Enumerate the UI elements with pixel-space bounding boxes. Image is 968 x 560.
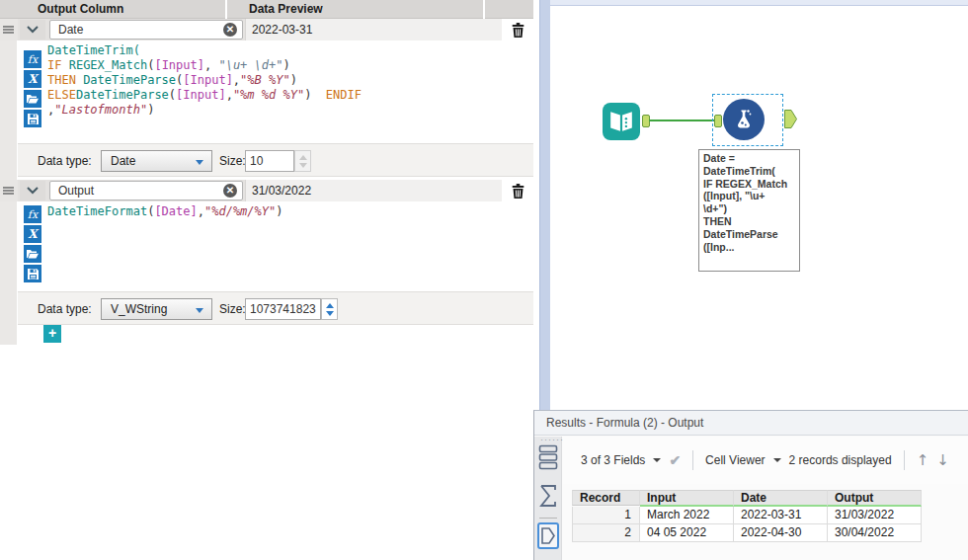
data-type-label: Data type: (38, 154, 92, 168)
strip-grip-dots[interactable]: ······ (540, 439, 557, 441)
data-type-value: V_WString (111, 302, 167, 316)
text-input-book-icon (608, 110, 634, 133)
size-spinner[interactable] (321, 298, 338, 320)
formula-configuration-panel: Output Column Data Preview ✕ 2022-03-31 (0, 0, 533, 560)
results-cell[interactable]: 30/04/2022 (828, 524, 922, 542)
size-spinner[interactable] (294, 150, 311, 172)
delete-expression-button[interactable] (502, 180, 533, 201)
size-label: Size: (219, 154, 246, 168)
results-column-header[interactable]: Date (734, 490, 828, 507)
fx-icon[interactable]: fx (24, 205, 41, 223)
formula-flask-icon (732, 108, 756, 131)
spinner-down-icon (326, 311, 334, 316)
results-cell[interactable]: 31/03/2022 (828, 507, 922, 524)
results-cell[interactable]: 2022-03-31 (734, 507, 828, 524)
data-type-label: Data type: (38, 302, 92, 316)
results-column-header[interactable]: Record (572, 490, 640, 506)
results-side-strip: ······ (534, 437, 562, 560)
metadata-sigma-icon[interactable] (537, 484, 559, 508)
expression-row-output: ✕ 31/03/2022 (18, 180, 533, 201)
formula-tool[interactable] (723, 99, 765, 140)
output-anchor[interactable] (784, 110, 797, 128)
variable-x-icon[interactable]: X (24, 225, 41, 243)
output-column-header: Output Column (38, 2, 123, 16)
scroll-down-arrow[interactable]: ↓ (936, 451, 949, 469)
collapse-expression-button[interactable] (20, 20, 45, 40)
chevron-down-icon (196, 308, 203, 313)
results-table-header-row: RecordInputDateOutput (572, 490, 922, 507)
formula-expression-editor[interactable]: DateTimeTrim(IF REGEX_Match([Input], "\u… (47, 43, 502, 118)
size-input[interactable] (245, 150, 294, 172)
data-grid-icon[interactable] (537, 444, 559, 470)
data-type-dropdown[interactable]: Date (101, 150, 212, 172)
collapse-expression-button[interactable] (20, 181, 45, 200)
output-anchor-icon (541, 527, 555, 544)
trash-icon (512, 184, 524, 199)
formula-expression-editor[interactable]: DateTimeFormat([Date],"%d/%m/%Y") (47, 204, 502, 219)
clear-field-icon[interactable]: ✕ (223, 184, 237, 198)
results-column-header[interactable]: Input (640, 490, 734, 507)
save-icon[interactable] (24, 265, 41, 282)
header-divider (483, 0, 485, 19)
chevron-down-icon[interactable] (653, 458, 661, 462)
add-expression-button[interactable]: + (43, 325, 61, 343)
delete-expression-button[interactable] (502, 19, 533, 40)
workflow-canvas[interactable]: Date = DateTimeTrim( IF REGEX_Match ([In… (550, 6, 968, 410)
chevron-down-icon (27, 187, 39, 195)
save-icon[interactable] (24, 110, 41, 127)
scroll-up-arrow[interactable]: ↑ (917, 451, 929, 469)
chevron-down-icon (27, 26, 39, 34)
strip-divider (539, 518, 557, 519)
spinner-up-icon (299, 155, 307, 160)
alteryx-designer-window: Output Column Data Preview ✕ 2022-03-31 (0, 0, 968, 560)
results-table: RecordInputDateOutput 1March 20222022-03… (572, 490, 922, 542)
output-anchor-button[interactable] (537, 522, 559, 549)
editor-icon-strip: fx X (24, 205, 41, 284)
clear-field-icon[interactable]: ✕ (223, 23, 237, 37)
data-preview-header: Data Preview (249, 2, 323, 16)
data-type-row: Data type: Date Size: (18, 143, 533, 177)
results-cell[interactable]: March 2022 (640, 507, 734, 524)
results-table-body: 1March 20222022-03-3131/03/2022204 05 20… (572, 507, 922, 542)
spinner-down-icon (299, 163, 307, 168)
record-number-cell[interactable]: 1 (572, 507, 640, 524)
data-type-dropdown[interactable]: V_WString (101, 298, 212, 320)
drag-grip[interactable] (0, 19, 18, 40)
results-toolbar: 3 of 3 Fields ✔ Cell Viewer 2 records di… (563, 437, 968, 484)
data-preview-value: 31/03/2022 (245, 180, 502, 201)
records-displayed-text: 2 records displayed (789, 453, 892, 467)
editor-icon-strip: fx X (24, 50, 41, 129)
apply-checkmark-icon[interactable]: ✔ (669, 452, 681, 468)
cell-viewer-dropdown[interactable]: Cell Viewer (705, 453, 765, 467)
results-table-row: 1March 20222022-03-3131/03/2022 (572, 507, 922, 524)
text-input-tool[interactable] (603, 103, 640, 140)
column-header-row: Output Column Data Preview (0, 0, 533, 19)
grip-icon (3, 187, 14, 195)
tool-annotation[interactable]: Date = DateTimeTrim( IF REGEX_Match ([In… (698, 149, 800, 272)
size-input[interactable] (245, 298, 321, 320)
connection-line[interactable] (649, 120, 714, 121)
data-type-value: Date (111, 154, 135, 168)
toolbar-separator (904, 450, 905, 470)
results-cell[interactable]: 2022-04-30 (734, 524, 828, 542)
record-number-cell[interactable]: 2 (572, 524, 640, 542)
open-folder-icon[interactable] (24, 245, 41, 263)
data-preview-value: 2022-03-31 (245, 19, 502, 40)
fx-icon[interactable]: fx (24, 50, 41, 68)
output-column-name-input[interactable] (49, 20, 243, 40)
results-column-header[interactable]: Output (828, 490, 922, 507)
results-cell[interactable]: 04 05 2022 (640, 524, 734, 542)
results-title-bar: Results - Formula (2) - Output (534, 411, 968, 436)
variable-x-icon[interactable]: X (24, 70, 41, 88)
grip-icon (3, 26, 14, 34)
drag-grip[interactable] (0, 180, 18, 201)
header-divider (225, 0, 227, 19)
open-folder-icon[interactable] (24, 90, 41, 108)
canvas-vertical-scrollbar[interactable] (539, 0, 550, 410)
chevron-down-icon[interactable] (773, 458, 781, 462)
data-type-row: Data type: V_WString Size: (18, 291, 533, 325)
toolbar-separator (692, 450, 693, 470)
output-column-name-input[interactable] (49, 181, 243, 200)
fields-dropdown[interactable]: 3 of 3 Fields (581, 453, 645, 467)
spinner-up-icon (326, 303, 334, 308)
